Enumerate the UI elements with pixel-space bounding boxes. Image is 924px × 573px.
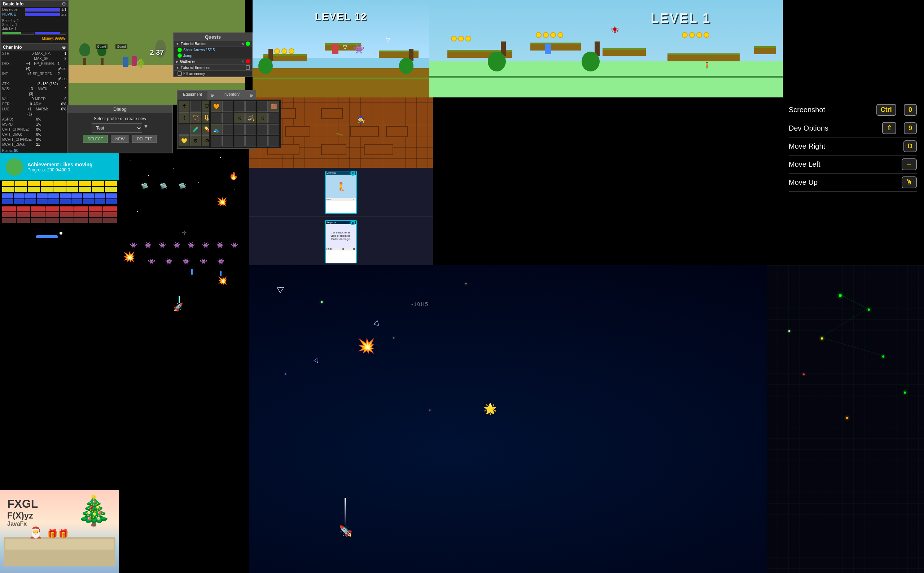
base-lv: Base Lv. 1 <box>1 19 68 23</box>
inv-slot[interactable] <box>257 136 268 147</box>
kb-left-key: ← <box>902 158 917 170</box>
enemy-row: 🛸 🛸 🛸 <box>141 182 186 190</box>
inventory-tab[interactable]: Inventory <box>216 91 247 100</box>
job-lv: Job Lv. 1 <box>1 27 68 31</box>
inventory-minimize[interactable]: ⊖ <box>247 91 255 100</box>
monster: 👾 <box>353 44 364 54</box>
inv-slot[interactable]: 🧡 <box>211 101 222 112</box>
equip-slot[interactable]: 💛 <box>178 135 189 146</box>
kb-moveleft-row: Move Left ← <box>789 155 917 174</box>
inv-slot[interactable] <box>211 136 222 147</box>
novice-row: NOVICE 2/2 <box>1 12 68 17</box>
quest-item-kill: Kill an enemy <box>174 71 252 77</box>
crosshair: ✛ <box>182 230 186 236</box>
quest-item-shoot: Shoot Arrows 15/15 <box>174 47 252 53</box>
inv-slot[interactable] <box>257 101 268 112</box>
inv-slot[interactable] <box>234 101 245 112</box>
sofa <box>4 537 116 566</box>
inv-slot[interactable]: 🪃 <box>245 113 256 124</box>
dialog-prompt: Select profile or create new <box>70 116 170 121</box>
invader-row-2: 👾 👾 👾 👾 👾 <box>141 258 249 265</box>
equip-slot[interactable]: 🗡 <box>178 101 189 111</box>
kb-moveleft-label: Move Left <box>789 160 821 169</box>
kb-moveright-row: Move Right D <box>789 138 917 155</box>
fxgl-branding: 🎄 FXGL F(X)yz JavaFx 🎅 🎁🎁 <box>0 490 119 573</box>
points-display: Points: 90 <box>2 149 66 153</box>
kb-d-key: D <box>904 140 917 152</box>
card-merman-2[interactable]: C Merman 1 🧜 HP:1111 <box>325 171 357 214</box>
delete-button[interactable]: DELETE <box>132 135 157 143</box>
inv-slot[interactable] <box>269 113 279 124</box>
quest-status-green <box>246 41 250 46</box>
space-invaders: 👾 👾 👾 👾 👾 👾 👾 👾 💥 👾 👾 👾 👾 👾 🚀 💥 <box>119 236 249 316</box>
inv-slot[interactable]: 🟫 <box>269 101 279 112</box>
equip-slot[interactable]: ⚙ <box>190 135 201 146</box>
inv-slot[interactable]: 👟 <box>211 124 222 135</box>
dropdown-arrow[interactable]: ▼ <box>144 124 149 133</box>
player-character <box>332 44 338 54</box>
quest-section-tutorial[interactable]: ▼ Tutorial Basics ✕ <box>174 41 252 47</box>
equip-slot[interactable] <box>178 124 189 135</box>
equipment-tab[interactable]: Equipment <box>178 91 208 100</box>
new-button[interactable]: NEW <box>111 135 130 143</box>
kb-ctrl-key: Ctrl <box>876 104 896 116</box>
kb-screenshot-label: Screenshot <box>789 106 825 114</box>
coin <box>274 49 280 54</box>
kb-devoptions-row: Dev Options ⇧ + 9 <box>789 119 917 138</box>
inv-slot[interactable] <box>222 101 233 112</box>
player-invaders: 🚀 <box>173 303 183 312</box>
kb-screenshot-row: Screenshot Ctrl + 0 <box>789 101 917 119</box>
equip-slot[interactable]: 🧪 <box>190 124 201 135</box>
coin <box>289 49 294 54</box>
score-display: -10H5 <box>411 301 428 307</box>
network-lines <box>767 265 924 573</box>
rpg-world-numbers: 2 37 <box>150 49 164 56</box>
card-pegasus-2[interactable]: C Pegasus 1 An attack to all visible ene… <box>325 220 357 263</box>
keybinds-panel: Screenshot Ctrl + 0 Dev Options ⇧ + 9 Mo… <box>782 97 924 195</box>
inv-slot[interactable] <box>222 113 233 124</box>
coin <box>281 49 287 54</box>
profile-select[interactable]: Test <box>92 124 142 133</box>
quest-section-enemies[interactable]: ▼ Tutorial Enemies <box>174 64 252 71</box>
achievement-bar: Achievement Likes moving Progress: 200.0… <box>0 153 119 180</box>
big-explosion: 💥 <box>357 337 375 354</box>
inv-slot[interactable] <box>245 101 256 112</box>
inv-slot[interactable]: ⚔ <box>257 113 268 124</box>
inv-slot[interactable] <box>245 136 256 147</box>
inv-slot[interactable] <box>234 124 245 135</box>
select-button[interactable]: SELECT <box>83 135 108 143</box>
quest-panel: Quests ▼ Tutorial Basics ✕ Shoot Arrows … <box>173 33 253 77</box>
inv-slot[interactable] <box>245 124 256 135</box>
platform-game-1: 👾 LEVEL 12 ▽ ▽ <box>253 0 429 97</box>
inventory-panel: Equipment ⊖ Inventory ⊖ 🗡 🛡 🗡 🏹 🔱 🧪 💊 💛 … <box>177 90 256 149</box>
inv-slot[interactable] <box>269 136 279 147</box>
equip-slot[interactable] <box>190 101 201 111</box>
card-row-1: C Pegasus 1 🦅 HP:1043 15 C Witch 1 <box>249 168 433 174</box>
equip-slot[interactable]: 🗡 <box>178 112 189 123</box>
kb-9-key: 9 <box>904 122 917 134</box>
quest-section-gatherer[interactable]: ▶ Gatherer ✕ <box>174 58 252 64</box>
flag-marker: ▽ <box>386 36 390 43</box>
achievement-title: Achievement Likes moving <box>27 162 93 168</box>
quest-status-empty <box>246 65 250 70</box>
card-battle-panel-2: C Human Archer 1 🏹 HP:92011 C Brut the C… <box>249 216 433 265</box>
equipment-minimize[interactable]: ⊖ <box>208 91 216 100</box>
dialog-panel: Dialog Select profile or create new Test… <box>67 105 173 153</box>
level-text-2: LEVEL 1 <box>651 11 711 26</box>
invader-row-1: 👾 👾 👾 👾 👾 👾 👾 👾 <box>119 242 249 249</box>
inv-slot[interactable] <box>222 136 233 147</box>
paddle <box>36 235 58 238</box>
equip-slot[interactable]: 🏹 <box>190 112 201 123</box>
kb-moveup-row: Move Up 🖱 <box>789 174 917 192</box>
fxgl-logo: FXGL F(X)yz JavaFx <box>7 497 38 527</box>
inv-slot[interactable] <box>211 113 222 124</box>
inv-slot[interactable] <box>269 124 279 135</box>
explosion-1: 💥 <box>216 197 227 207</box>
inv-slot[interactable]: ⚔ <box>234 113 245 124</box>
player-2 <box>545 44 551 54</box>
achievement-progress: Progress: 200.0/400.0 <box>27 168 93 172</box>
inv-slot[interactable] <box>222 124 233 135</box>
inv-slot[interactable] <box>257 124 268 135</box>
inv-slot[interactable] <box>234 136 245 147</box>
ball <box>59 232 63 235</box>
